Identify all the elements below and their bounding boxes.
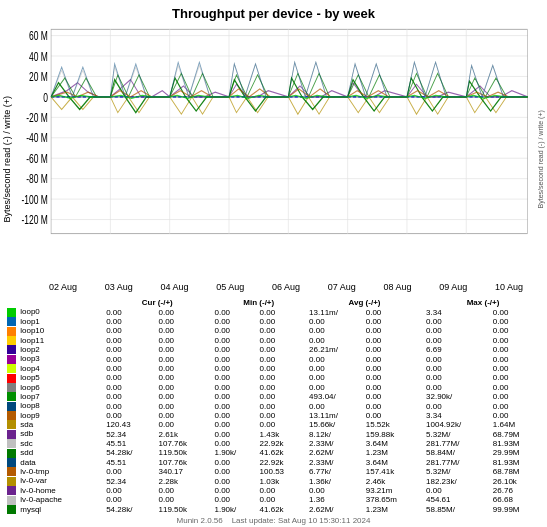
- x-label-4: 06 Aug: [272, 282, 300, 296]
- device-color-indicator: [7, 392, 16, 401]
- device-color-indicator: [7, 505, 16, 514]
- device-color-indicator: [7, 420, 16, 429]
- device-name-cell: loop9: [4, 411, 103, 420]
- max-write: 0.00: [490, 401, 543, 410]
- chart-svg-container: 60 M 40 M 20 M 0 -20 M -40 M: [14, 23, 533, 282]
- min-write: 0.00: [257, 307, 306, 316]
- table-row: loop1 0.00 0.00 0.00 0.00 0.00 0.00 0.00…: [4, 317, 543, 326]
- max-write: 0.00: [490, 354, 543, 363]
- min-write: 100.53: [257, 467, 306, 476]
- max-write: 68.78M: [490, 467, 543, 476]
- table-row: sdc 45.51 107.76k 0.00 22.92k 2.33M/ 3.6…: [4, 439, 543, 448]
- avg-read: 2.62M/: [306, 505, 363, 514]
- device-name-cell: lv-0-apache: [4, 495, 103, 504]
- min-read: 1.90k/: [211, 448, 256, 457]
- device-name: loop6: [20, 383, 40, 392]
- cur-read: 45.51: [103, 458, 155, 467]
- cur-write: 0.00: [155, 392, 211, 401]
- device-name-cell: loop10: [4, 326, 103, 335]
- cur-write: 0.00: [155, 354, 211, 363]
- avg-read: 0.00: [306, 326, 363, 335]
- device-rows: loop0 0.00 0.00 0.00 0.00 13.11m/ 0.00 3…: [4, 307, 543, 514]
- max-read: 0.00: [423, 401, 490, 410]
- avg-read: 2.33M/: [306, 458, 363, 467]
- cur-write: 0.00: [155, 383, 211, 392]
- avg-read: 13.11m/: [306, 307, 363, 316]
- max-write: 26.10k: [490, 476, 543, 485]
- device-color-indicator: [7, 458, 16, 467]
- device-color-indicator: [7, 336, 16, 345]
- max-write: 0.00: [490, 411, 543, 420]
- device-name: loop0: [20, 307, 40, 316]
- avg-write: 0.00: [363, 411, 423, 420]
- svg-text:-120 M: -120 M: [22, 213, 48, 227]
- min-write: 0.00: [257, 420, 306, 429]
- avg-read: 2.62M/: [306, 448, 363, 457]
- table-row: loop4 0.00 0.00 0.00 0.00 0.00 0.00 0.00…: [4, 364, 543, 373]
- min-write: 0.00: [257, 317, 306, 326]
- device-color-indicator: [7, 327, 16, 336]
- device-name: loop3: [20, 354, 40, 363]
- device-name-cell: lv-0-var: [4, 476, 103, 485]
- cur-read: 0.00: [103, 495, 155, 504]
- max-read: 0.00: [423, 383, 490, 392]
- x-label-2: 04 Aug: [160, 282, 188, 296]
- min-read: 0.00: [211, 458, 256, 467]
- device-name-cell: lv-0-tmp: [4, 467, 103, 476]
- table-row: sdd 54.28k/ 119.50k 1.90k/ 41.62k 2.62M/…: [4, 448, 543, 457]
- x-axis-labels: 02 Aug 03 Aug 04 Aug 05 Aug 06 Aug 07 Au…: [14, 282, 533, 296]
- avg-write: 93.21m: [363, 486, 423, 495]
- avg-write: 2.46k: [363, 476, 423, 485]
- avg-write: 157.41k: [363, 467, 423, 476]
- device-name: sdc: [20, 439, 32, 448]
- cur-write: 0.00: [155, 317, 211, 326]
- col-min: Min (-/+): [211, 298, 306, 307]
- avg-write: 0.00: [363, 345, 423, 354]
- max-read: 3.34: [423, 307, 490, 316]
- max-write: 99.99M: [490, 505, 543, 514]
- device-name-cell: loop4: [4, 364, 103, 373]
- min-write: 0.00: [257, 354, 306, 363]
- min-write: 0.00: [257, 383, 306, 392]
- cur-read: 120.43: [103, 420, 155, 429]
- table-row: lv-0-apache 0.00 0.00 0.00 0.00 1.36 378…: [4, 495, 543, 504]
- device-name: sda: [20, 420, 33, 429]
- cur-write: 0.00: [155, 411, 211, 420]
- max-write: 0.00: [490, 345, 543, 354]
- max-read: 182.23k/: [423, 476, 490, 485]
- min-read: 0.00: [211, 336, 256, 345]
- min-read: 0.00: [211, 307, 256, 316]
- device-name: loop9: [20, 411, 40, 420]
- device-name-cell: sdc: [4, 439, 103, 448]
- min-read: 0.00: [211, 401, 256, 410]
- min-write: 0.00: [257, 326, 306, 335]
- device-name: mysql: [20, 505, 41, 514]
- avg-write: 159.88k: [363, 429, 423, 438]
- svg-text:40 M: 40 M: [29, 49, 48, 63]
- min-write: 1.03k: [257, 476, 306, 485]
- cur-read: 0.00: [103, 364, 155, 373]
- min-read: 0.00: [211, 317, 256, 326]
- cur-write: 119.50k: [155, 505, 211, 514]
- max-read: 58.84M/: [423, 448, 490, 457]
- max-read: 0.00: [423, 373, 490, 382]
- device-color-indicator: [7, 402, 16, 411]
- table-row: loop8 0.00 0.00 0.00 0.00 0.00 0.00 0.00…: [4, 401, 543, 410]
- max-read: 281.77M/: [423, 458, 490, 467]
- avg-write: 0.00: [363, 401, 423, 410]
- min-write: 41.62k: [257, 505, 306, 514]
- x-label-7: 09 Aug: [439, 282, 467, 296]
- table-section: Cur (-/+) Min (-/+) Avg (-/+) Max (-/+) …: [0, 296, 547, 527]
- min-read: 0.00: [211, 420, 256, 429]
- avg-read: 15.66k/: [306, 420, 363, 429]
- device-color-indicator: [7, 317, 16, 326]
- avg-read: 8.12k/: [306, 429, 363, 438]
- device-name-cell: sdb: [4, 429, 103, 438]
- device-name: lv-0-home: [20, 486, 56, 495]
- avg-read: 0.00: [306, 383, 363, 392]
- avg-write: 3.64M: [363, 439, 423, 448]
- max-write: 0.00: [490, 307, 543, 316]
- table-row: loop11 0.00 0.00 0.00 0.00 0.00 0.00 0.0…: [4, 336, 543, 345]
- max-read: 0.00: [423, 317, 490, 326]
- cur-write: 0.00: [155, 307, 211, 316]
